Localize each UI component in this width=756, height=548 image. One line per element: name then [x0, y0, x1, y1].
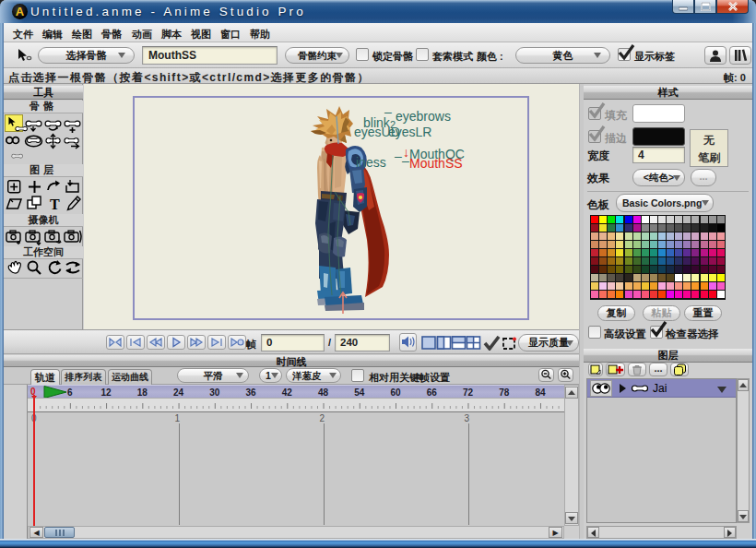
- svg-text:T: T: [50, 197, 60, 212]
